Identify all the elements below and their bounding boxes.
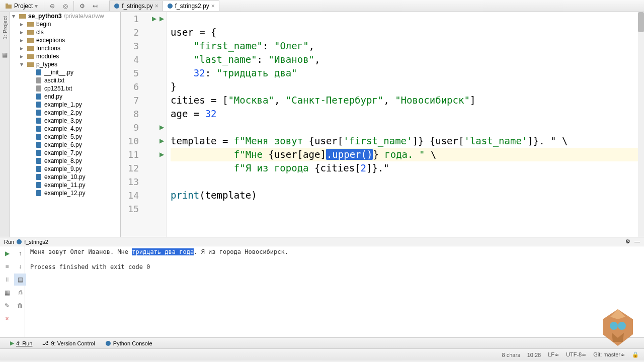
- rerun-icon[interactable]: ▶: [1, 247, 13, 259]
- tree-file[interactable]: end.py: [28, 93, 120, 101]
- tree-file[interactable]: example_2.py: [28, 109, 120, 117]
- tree-folder[interactable]: ▸functions: [20, 44, 120, 52]
- project-dropdown[interactable]: Project ▾: [2, 2, 41, 11]
- close-icon[interactable]: ×: [1, 313, 13, 325]
- svg-rect-10: [27, 62, 34, 67]
- lock-icon[interactable]: 🔒: [632, 351, 639, 358]
- up-icon[interactable]: ↑: [14, 247, 26, 259]
- tree-file[interactable]: example_5.py: [28, 133, 120, 141]
- run-marker[interactable]: ▶: [142, 121, 166, 134]
- tree-file[interactable]: example_3.py: [28, 117, 120, 125]
- tree-file[interactable]: example_1.py: [28, 101, 120, 109]
- console-output[interactable]: Меня зовут Олег Иванов. Мне тридцать два…: [25, 246, 644, 337]
- tree-file[interactable]: __init__.py: [28, 68, 120, 76]
- python-icon: [105, 340, 111, 346]
- svg-rect-25: [36, 182, 41, 188]
- run-toolbar: ▶ ↑ ■ ↓ ⏸ ▤ ▦ ⎙ ✎ 🗑 ×: [0, 246, 25, 337]
- tree-file[interactable]: ascii.txt: [28, 76, 120, 84]
- tree-file[interactable]: example_10.py: [28, 173, 120, 181]
- svg-rect-6: [27, 30, 34, 35]
- stop-icon[interactable]: ■: [1, 260, 13, 273]
- editor-tabs: f_strings.py × f_strings2.py ×: [109, 1, 218, 11]
- svg-rect-19: [36, 134, 41, 140]
- chevron-down-icon: ▾: [12, 13, 19, 20]
- run-marker[interactable]: ▶▶: [142, 12, 166, 26]
- run-marker: [142, 94, 166, 107]
- editor-scrollbar[interactable]: [638, 12, 644, 237]
- main-area: 1: Project ▦ ▾ se_python3 /private/var/w…: [0, 12, 644, 237]
- tab-label: f_strings.py: [122, 3, 152, 10]
- tree-folder[interactable]: ▸cls: [20, 28, 120, 36]
- run-marker: [142, 175, 166, 189]
- tree-folder[interactable]: ▸begin: [20, 20, 120, 28]
- svg-rect-17: [36, 118, 41, 124]
- run-marker: [142, 189, 166, 202]
- tree-file[interactable]: example_4.py: [28, 125, 120, 133]
- separator: [44, 1, 44, 11]
- run-marker: [142, 202, 166, 216]
- run-title: f_strings2: [24, 239, 48, 245]
- print-icon[interactable]: ⎙: [14, 287, 26, 299]
- main-toolbar: Project ▾ ⊖ ◎ ⚙ ↤ f_strings.py × f_strin…: [0, 0, 644, 12]
- trash-icon[interactable]: 🗑: [14, 300, 26, 312]
- tree-file[interactable]: cp1251.txt: [28, 84, 120, 93]
- bottom-tab-vcs[interactable]: ⎇9: Version Control: [42, 340, 95, 346]
- code-editor[interactable]: 123456789101112131415 ▶▶▶▶▶ user = { "fi…: [121, 12, 644, 237]
- run-marker: [142, 107, 166, 121]
- project-label: Project: [14, 3, 33, 10]
- python-icon: [114, 3, 120, 9]
- tree-root[interactable]: ▾ se_python3 /private/var/ww: [12, 12, 120, 20]
- target-icon[interactable]: ◎: [60, 1, 70, 11]
- python-icon: [16, 239, 22, 245]
- run-markers: ▶▶▶▶▶: [142, 12, 166, 237]
- svg-point-28: [106, 341, 111, 346]
- close-icon[interactable]: ×: [155, 3, 158, 10]
- layout-icon[interactable]: ▤: [14, 274, 26, 286]
- run-marker: [142, 53, 166, 66]
- svg-rect-1: [6, 4, 8, 5]
- run-marker[interactable]: ▶: [142, 134, 166, 148]
- python-icon: [167, 3, 173, 9]
- status-encoding[interactable]: UTF-8≑: [566, 351, 586, 358]
- structure-icon[interactable]: ▦: [2, 51, 8, 58]
- svg-rect-14: [36, 94, 41, 100]
- gear-icon[interactable]: ⚙: [77, 1, 87, 11]
- down-icon[interactable]: ↓: [14, 260, 26, 273]
- run-marker[interactable]: ▶: [142, 148, 166, 161]
- bottom-tab-pyconsole[interactable]: Python Console: [105, 340, 152, 346]
- side-tab-project[interactable]: 1: Project: [1, 14, 9, 41]
- tree-folder-ptypes[interactable]: ▾p_types: [20, 60, 120, 68]
- tree-folder[interactable]: ▸exceptions: [20, 36, 120, 44]
- tree-file[interactable]: example_6.py: [28, 141, 120, 149]
- hide-icon[interactable]: ↤: [90, 1, 100, 11]
- tab-fstrings[interactable]: f_strings.py ×: [109, 1, 163, 11]
- tree-file[interactable]: example_8.py: [28, 157, 120, 165]
- status-time: 10:28: [527, 352, 541, 358]
- svg-rect-23: [36, 166, 41, 172]
- status-bar: 8 chars 10:28 LF≑ UTF-8≑ Git: master≑ 🔒: [0, 348, 644, 360]
- svg-rect-15: [36, 102, 41, 108]
- tab-fstrings2[interactable]: f_strings2.py ×: [163, 1, 219, 11]
- svg-rect-4: [19, 14, 26, 19]
- status-lf[interactable]: LF≑: [548, 351, 559, 358]
- tree-file[interactable]: example_12.py: [28, 189, 120, 197]
- wand-icon[interactable]: ✎: [1, 300, 13, 312]
- tree-file[interactable]: example_9.py: [28, 165, 120, 173]
- collapse-icon[interactable]: ⊖: [47, 1, 57, 11]
- tree-file[interactable]: example_11.py: [28, 181, 120, 189]
- run-title-prefix: Run: [4, 239, 14, 245]
- code-area[interactable]: user = { "first_name": "Олег", "last_nam…: [167, 12, 644, 237]
- svg-rect-7: [27, 38, 34, 43]
- run-marker: [142, 66, 166, 80]
- gutter: 123456789101112131415 ▶▶▶▶▶: [121, 12, 167, 237]
- grid1-icon[interactable]: ▦: [1, 287, 13, 299]
- tree-folder[interactable]: ▸modules: [20, 52, 120, 60]
- tab-label: f_strings2.py: [175, 3, 209, 10]
- status-git[interactable]: Git: master≑: [593, 351, 625, 358]
- folder-icon: [19, 13, 26, 20]
- root-path: /private/var/ww: [64, 13, 104, 20]
- bottom-tab-run[interactable]: ▶4: Run: [10, 340, 32, 346]
- close-icon[interactable]: ×: [211, 3, 215, 10]
- tree-file[interactable]: example_7.py: [28, 149, 120, 157]
- pause-icon[interactable]: ⏸: [1, 274, 13, 286]
